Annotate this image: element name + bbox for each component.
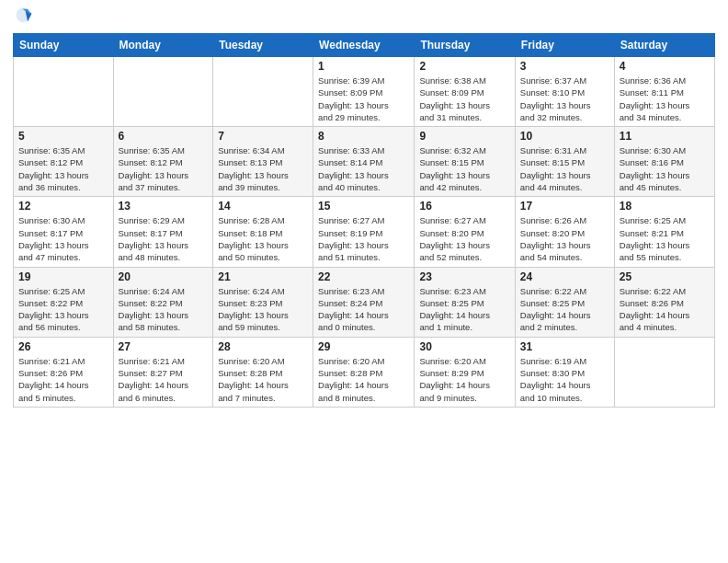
calendar-cell: 22Sunrise: 6:23 AMSunset: 8:24 PMDayligh… (313, 267, 415, 337)
day-info: Sunrise: 6:36 AMSunset: 8:11 PMDaylight:… (620, 75, 710, 123)
day-number: 23 (419, 270, 509, 283)
day-number: 21 (218, 270, 308, 283)
calendar-cell: 15Sunrise: 6:27 AMSunset: 8:19 PMDayligh… (313, 197, 415, 267)
calendar-cell: 28Sunrise: 6:20 AMSunset: 8:28 PMDayligh… (213, 337, 313, 407)
day-info: Sunrise: 6:24 AMSunset: 8:22 PMDaylight:… (119, 285, 209, 334)
day-number: 5 (18, 130, 108, 143)
calendar-cell: 19Sunrise: 6:25 AMSunset: 8:22 PMDayligh… (14, 267, 114, 337)
day-number: 30 (419, 340, 509, 353)
day-info: Sunrise: 6:38 AMSunset: 8:09 PMDaylight:… (419, 75, 509, 123)
day-number: 14 (218, 200, 308, 213)
day-info: Sunrise: 6:28 AMSunset: 8:18 PMDaylight:… (218, 214, 308, 263)
day-info: Sunrise: 6:22 AMSunset: 8:25 PMDaylight:… (520, 285, 609, 334)
day-info: Sunrise: 6:23 AMSunset: 8:24 PMDaylight:… (318, 285, 409, 334)
calendar-cell (113, 57, 213, 127)
calendar-cell: 3Sunrise: 6:37 AMSunset: 8:10 PMDaylight… (515, 57, 614, 127)
day-number: 9 (419, 130, 509, 143)
weekday-header-wednesday: Wednesday (313, 34, 415, 57)
day-number: 16 (419, 200, 509, 213)
calendar-cell: 30Sunrise: 6:20 AMSunset: 8:29 PMDayligh… (415, 337, 515, 407)
day-info: Sunrise: 6:30 AMSunset: 8:17 PMDaylight:… (18, 214, 108, 263)
calendar-cell: 16Sunrise: 6:27 AMSunset: 8:20 PMDayligh… (415, 197, 515, 267)
day-number: 18 (620, 200, 710, 213)
calendar-cell: 10Sunrise: 6:31 AMSunset: 8:15 PMDayligh… (515, 127, 614, 197)
week-row-3: 12Sunrise: 6:30 AMSunset: 8:17 PMDayligh… (14, 197, 715, 267)
day-number: 31 (520, 340, 609, 353)
calendar-table: SundayMondayTuesdayWednesdayThursdayFrid… (13, 33, 715, 408)
day-info: Sunrise: 6:27 AMSunset: 8:20 PMDaylight:… (419, 214, 509, 263)
day-info: Sunrise: 6:34 AMSunset: 8:13 PMDaylight:… (218, 144, 308, 193)
week-row-2: 5Sunrise: 6:35 AMSunset: 8:12 PMDaylight… (14, 127, 715, 197)
day-number: 28 (218, 340, 308, 353)
calendar-cell: 7Sunrise: 6:34 AMSunset: 8:13 PMDaylight… (213, 127, 313, 197)
logo-icon (13, 6, 33, 26)
day-number: 3 (520, 60, 609, 73)
day-number: 7 (218, 130, 308, 143)
day-number: 26 (18, 340, 108, 353)
day-number: 2 (419, 60, 509, 73)
week-row-5: 26Sunrise: 6:21 AMSunset: 8:26 PMDayligh… (14, 337, 715, 407)
calendar-cell (14, 57, 114, 127)
calendar-cell: 17Sunrise: 6:26 AMSunset: 8:20 PMDayligh… (515, 197, 614, 267)
page: SundayMondayTuesdayWednesdayThursdayFrid… (0, 0, 728, 563)
logo (13, 9, 35, 26)
calendar-cell: 23Sunrise: 6:23 AMSunset: 8:25 PMDayligh… (415, 267, 515, 337)
day-number: 24 (520, 270, 609, 283)
calendar-cell: 2Sunrise: 6:38 AMSunset: 8:09 PMDaylight… (415, 57, 515, 127)
calendar-cell: 5Sunrise: 6:35 AMSunset: 8:12 PMDaylight… (14, 127, 114, 197)
day-info: Sunrise: 6:19 AMSunset: 8:30 PMDaylight:… (520, 355, 609, 404)
day-number: 6 (119, 130, 209, 143)
day-number: 29 (318, 340, 409, 353)
calendar-cell: 27Sunrise: 6:21 AMSunset: 8:27 PMDayligh… (113, 337, 213, 407)
calendar-cell: 6Sunrise: 6:35 AMSunset: 8:12 PMDaylight… (113, 127, 213, 197)
day-info: Sunrise: 6:20 AMSunset: 8:29 PMDaylight:… (419, 355, 509, 404)
day-number: 8 (318, 130, 409, 143)
calendar-cell: 14Sunrise: 6:28 AMSunset: 8:18 PMDayligh… (213, 197, 313, 267)
calendar-cell: 31Sunrise: 6:19 AMSunset: 8:30 PMDayligh… (515, 337, 614, 407)
day-info: Sunrise: 6:32 AMSunset: 8:15 PMDaylight:… (419, 144, 509, 193)
day-number: 22 (318, 270, 409, 283)
header (13, 9, 715, 26)
calendar-cell: 13Sunrise: 6:29 AMSunset: 8:17 PMDayligh… (113, 197, 213, 267)
day-info: Sunrise: 6:31 AMSunset: 8:15 PMDaylight:… (520, 144, 609, 193)
calendar-cell: 20Sunrise: 6:24 AMSunset: 8:22 PMDayligh… (113, 267, 213, 337)
calendar-cell: 18Sunrise: 6:25 AMSunset: 8:21 PMDayligh… (614, 197, 714, 267)
day-number: 10 (520, 130, 609, 143)
weekday-header-tuesday: Tuesday (213, 34, 313, 57)
day-number: 11 (620, 130, 710, 143)
day-info: Sunrise: 6:39 AMSunset: 8:09 PMDaylight:… (318, 75, 409, 123)
calendar-cell: 4Sunrise: 6:36 AMSunset: 8:11 PMDaylight… (614, 57, 714, 127)
day-info: Sunrise: 6:23 AMSunset: 8:25 PMDaylight:… (419, 285, 509, 334)
calendar-cell: 11Sunrise: 6:30 AMSunset: 8:16 PMDayligh… (614, 127, 714, 197)
day-info: Sunrise: 6:22 AMSunset: 8:26 PMDaylight:… (620, 285, 710, 334)
day-number: 13 (119, 200, 209, 213)
calendar-cell: 25Sunrise: 6:22 AMSunset: 8:26 PMDayligh… (614, 267, 714, 337)
day-number: 17 (520, 200, 609, 213)
calendar-cell: 24Sunrise: 6:22 AMSunset: 8:25 PMDayligh… (515, 267, 614, 337)
weekday-header-saturday: Saturday (614, 34, 714, 57)
day-info: Sunrise: 6:37 AMSunset: 8:10 PMDaylight:… (520, 75, 609, 123)
day-number: 25 (620, 270, 710, 283)
weekday-header-thursday: Thursday (415, 34, 515, 57)
weekday-header-sunday: Sunday (14, 34, 114, 57)
day-number: 12 (18, 200, 108, 213)
weekday-header-friday: Friday (515, 34, 614, 57)
calendar-cell: 8Sunrise: 6:33 AMSunset: 8:14 PMDaylight… (313, 127, 415, 197)
calendar-cell: 1Sunrise: 6:39 AMSunset: 8:09 PMDaylight… (313, 57, 415, 127)
day-info: Sunrise: 6:27 AMSunset: 8:19 PMDaylight:… (318, 214, 409, 263)
day-number: 27 (119, 340, 209, 353)
week-row-1: 1Sunrise: 6:39 AMSunset: 8:09 PMDaylight… (14, 57, 715, 127)
calendar-cell: 26Sunrise: 6:21 AMSunset: 8:26 PMDayligh… (14, 337, 114, 407)
calendar-cell: 12Sunrise: 6:30 AMSunset: 8:17 PMDayligh… (14, 197, 114, 267)
weekday-header-row: SundayMondayTuesdayWednesdayThursdayFrid… (14, 34, 715, 57)
day-info: Sunrise: 6:29 AMSunset: 8:17 PMDaylight:… (119, 214, 209, 263)
day-number: 4 (620, 60, 710, 73)
calendar-cell (213, 57, 313, 127)
day-info: Sunrise: 6:30 AMSunset: 8:16 PMDaylight:… (620, 144, 710, 193)
day-info: Sunrise: 6:25 AMSunset: 8:21 PMDaylight:… (620, 214, 710, 263)
day-info: Sunrise: 6:24 AMSunset: 8:23 PMDaylight:… (218, 285, 308, 334)
calendar-cell: 21Sunrise: 6:24 AMSunset: 8:23 PMDayligh… (213, 267, 313, 337)
weekday-header-monday: Monday (113, 34, 213, 57)
week-row-4: 19Sunrise: 6:25 AMSunset: 8:22 PMDayligh… (14, 267, 715, 337)
calendar-cell: 29Sunrise: 6:20 AMSunset: 8:28 PMDayligh… (313, 337, 415, 407)
